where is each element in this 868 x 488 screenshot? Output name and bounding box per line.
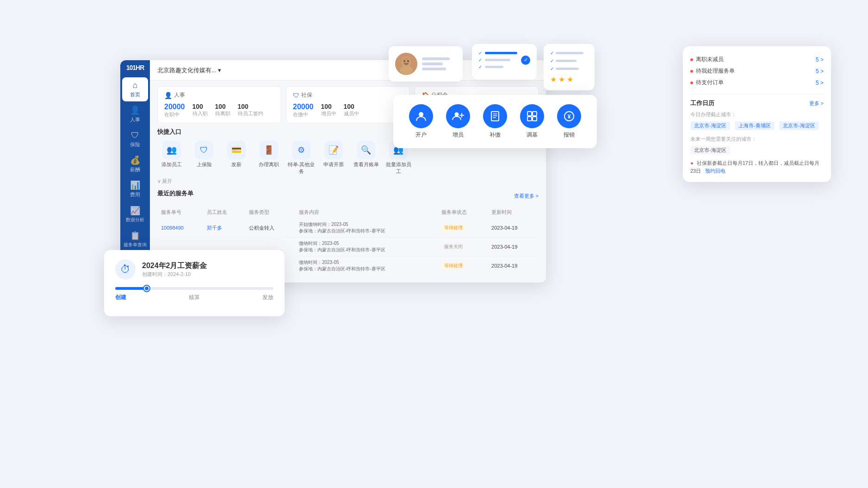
service-more-link[interactable]: 查看更多 >: [514, 193, 539, 200]
social-decrease: 100 减员中: [344, 103, 359, 118]
si-supplement[interactable]: 补缴: [483, 104, 507, 139]
salary-header: ⏱ 2024年2月工资薪金 创建时间：2024-2-10: [115, 259, 273, 280]
hr-pending-leave-label: 待离职: [215, 110, 230, 117]
open-account-label: 开户: [415, 131, 427, 139]
quick-apply-invoice[interactable]: 📝 申请开票: [319, 141, 348, 175]
quick-special[interactable]: ⚙ 特单-其他业务: [287, 141, 316, 175]
next-week-city-1: 北京市-海淀区: [690, 146, 730, 155]
col-updated: 更新时间: [488, 206, 539, 219]
hr-pending-hire-val: 100: [192, 103, 208, 110]
company-name: 北京路趣文化传媒有... ▾: [157, 66, 221, 75]
employee-name-1[interactable]: 郑千多: [203, 219, 245, 238]
social-increase-val: 100: [321, 103, 336, 110]
hr-active-val: 20000: [164, 103, 185, 111]
quick-add-employee[interactable]: 👥 添加员工: [157, 141, 186, 175]
checklist-line-1: ✓: [478, 50, 518, 56]
todo-right-3: 5 >: [816, 80, 824, 86]
todo-dot-3: [690, 81, 693, 84]
hr-pending-contract: 100 待员工签约: [238, 103, 263, 118]
hr-pending-contract-label: 待员工签约: [238, 110, 263, 117]
social-active-label: 在缴中: [293, 111, 314, 118]
checklist-card: ✓ ✓ ✓ ✓: [472, 44, 537, 80]
checklist-line-3: ✓: [478, 64, 518, 69]
social-decrease-label: 减员中: [344, 110, 359, 117]
monthly-icon: 🔍: [357, 141, 375, 159]
si-open-account[interactable]: 开户: [409, 104, 433, 139]
insurance-quick-label: 上保险: [197, 161, 212, 168]
data-icon: 📈: [130, 206, 140, 216]
svg-point-6: [419, 112, 423, 117]
si-add-member[interactable]: 增员: [446, 104, 470, 139]
todo-count-1: 5 >: [816, 56, 824, 63]
reimburse-icon: ¥: [557, 104, 581, 128]
profile-info-lines: [422, 57, 450, 70]
star-bar-1: [556, 52, 583, 54]
add-employee-icon: 👥: [162, 141, 181, 159]
special-label: 特单-其他业务: [287, 161, 316, 175]
callback-button[interactable]: 预约回电: [705, 168, 725, 174]
sidebar-item-hr[interactable]: 👤 人事: [122, 102, 148, 126]
salary-title-block: 2024年2月工资薪金 创建时间：2024-2-10: [142, 261, 207, 278]
sidebar-label-insurance: 保险: [130, 141, 140, 148]
insurance-quick-icon: 🛡: [195, 141, 213, 159]
quick-view-monthly[interactable]: 🔍 查看月账单: [352, 141, 380, 175]
todo-right-1: 5 >: [816, 56, 824, 63]
supplement-icon: [483, 104, 507, 128]
svg-point-7: [455, 113, 459, 117]
social-increase-label: 增员中: [321, 110, 336, 117]
sidebar-item-insurance[interactable]: 🛡 保险: [122, 127, 148, 151]
step-calculate: 核算: [189, 294, 200, 301]
social-stat-row: 20000 在缴中 100 增员中 100 减员中: [293, 103, 403, 118]
right-panel: 离职未减员 5 > 待我处理服务单 5 > 待支付订单: [683, 46, 831, 182]
stars-rating: ★ ★ ★: [550, 75, 588, 84]
si-actions-card: 开户 增员 补缴 调基 ¥: [393, 95, 597, 148]
quick-resignation[interactable]: 🚪 办理离职: [254, 141, 283, 175]
sidebar-item-payroll[interactable]: 💰 薪酬: [122, 152, 148, 176]
insurance-icon: 🛡: [131, 131, 139, 140]
sidebar-item-home[interactable]: ⌂ 首页: [122, 77, 148, 101]
todo-item-2[interactable]: 待我处理服务单 5 >: [690, 65, 824, 77]
main-content: 北京路趣文化传媒有... ▾ 👤 人事 20000 在职中: [150, 60, 546, 282]
service-updated-3: 2023-04-19: [488, 257, 539, 275]
si-reimburse[interactable]: ¥ 报销: [557, 104, 581, 139]
star-line-3: ✓: [550, 66, 588, 71]
payroll-quick-label: 发薪: [231, 161, 242, 168]
hr-pending-leave: 100 待离职: [215, 103, 230, 118]
todo-right-2: 5 >: [816, 68, 824, 75]
service-header: 最近的服务单 查看更多 >: [157, 189, 539, 202]
si-adjust-base[interactable]: 调基: [520, 104, 544, 139]
service-content-2: 缴纳时间：2023-05参保地：内蒙古自治区-呼和浩特市-赛平区: [295, 238, 438, 257]
calendar-more[interactable]: 更多 >: [809, 100, 824, 107]
expand-text: 展开: [162, 178, 172, 185]
service-id-1[interactable]: 10098490: [157, 219, 203, 238]
social-increase: 100 增员中: [321, 103, 336, 118]
sidebar-item-expenses[interactable]: 📊 费用: [122, 177, 148, 201]
todo-dot-1: [690, 58, 693, 61]
salary-sub-title: 创建时间：2024-2-10: [142, 271, 207, 278]
todo-item-3[interactable]: 待支付订单 5 >: [690, 77, 824, 88]
todo-label-1: 离职未减员: [696, 56, 724, 63]
add-member-icon: [446, 104, 470, 128]
step-create: 创建: [115, 294, 126, 301]
quick-insurance[interactable]: 🛡 上保险: [190, 141, 218, 175]
sidebar-item-data[interactable]: 📈 数据分析: [122, 202, 148, 226]
star-3: ★: [567, 75, 573, 84]
work-calendar-header: 工作日历 更多 >: [690, 99, 824, 107]
service-status-2: 服务关闭: [438, 238, 488, 257]
todo-dot-2: [690, 70, 693, 73]
expand-link[interactable]: ∨ 展开: [157, 178, 539, 185]
sidebar-item-service[interactable]: 📋 服务单查询: [122, 227, 148, 251]
service-updated-1: 2023-04-19: [488, 219, 539, 238]
batch-add-label: 批量添加员工: [384, 161, 413, 175]
hr-pending-contract-val: 100: [238, 103, 263, 110]
hr-title-text: 人事: [174, 91, 185, 99]
todo-item-1[interactable]: 离职未减员 5 >: [690, 54, 824, 65]
hr-stat-title: 👤 人事: [164, 91, 274, 99]
quick-payroll[interactable]: 💳 发薪: [222, 141, 251, 175]
hr-active: 20000 在职中: [164, 103, 185, 118]
step-distribute: 发放: [262, 294, 273, 301]
resignation-icon: 🚪: [260, 141, 278, 159]
progress-fill: [115, 287, 147, 290]
stars-card: ✓ ✓ ✓ ★ ★ ★: [544, 44, 595, 90]
profile-line-2: [422, 63, 443, 65]
